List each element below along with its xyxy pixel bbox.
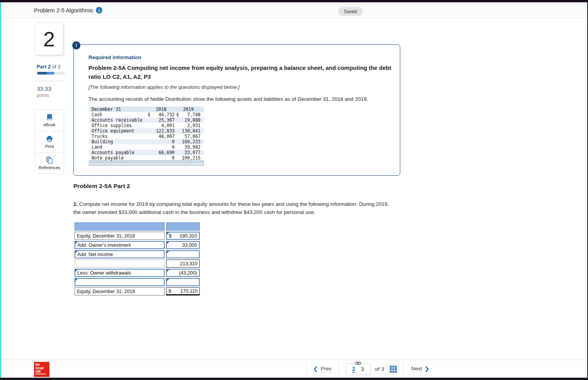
grid-view-icon[interactable] (390, 366, 397, 373)
sidebar-tool-print[interactable]: Print (35, 131, 64, 152)
input-marker-icon (75, 269, 78, 272)
book-icon (46, 114, 53, 121)
worksheet-value-cell[interactable] (166, 250, 200, 258)
worksheet-header-value-cell (166, 222, 200, 231)
input-marker-icon (167, 241, 170, 244)
pagination-nav: Prev 2 3 of 3 Next (306, 360, 429, 378)
applies-note: [The following information applies to th… (88, 84, 240, 90)
accounting-row: Cash$46,732$7,748 (89, 112, 204, 117)
worksheet-grid: Equity, December 31, 2018$180,310Add: Ow… (75, 222, 200, 295)
tool-label: eBook (43, 122, 55, 127)
input-marker-icon (75, 241, 78, 244)
top-bar: Problem 2-5 Algorithmic i Saved (1, 2, 587, 18)
left-accent-edge (0, 2, 1, 378)
next-button[interactable]: Next (411, 366, 430, 372)
input-marker-icon (75, 278, 78, 282)
worksheet-header-label-cell (75, 222, 165, 231)
accounting-header-2018: 2018 (148, 107, 176, 112)
sidebar-divider (35, 81, 64, 81)
info-icon[interactable]: i (96, 7, 102, 14)
assignment-title: Problem 2-5 Algorithmic (34, 7, 93, 14)
worksheet-value-cell[interactable]: (43,200) (166, 269, 200, 277)
accounting-row: Accounts payable66,69033,077 (89, 150, 204, 155)
worksheet-label-cell[interactable]: Add: Owner's investment (75, 241, 165, 249)
worksheet-value-cell: 213,310 (166, 260, 200, 268)
input-marker-icon (167, 232, 170, 235)
part-label: Part 2 (37, 64, 51, 70)
accounting-row: Office equipment122,833130,841 (89, 128, 204, 134)
accounting-table-rows: Cash$46,732$7,748Accounts receivable25,3… (89, 112, 204, 161)
linked-page[interactable]: 3 (361, 366, 364, 372)
worksheet-value-cell[interactable] (166, 278, 200, 286)
accounting-row: Accounts receivable25,36719,888 (89, 117, 204, 123)
required-info-heading: Required information (88, 54, 141, 60)
accounting-row: Building0160,233 (89, 139, 204, 144)
top-window-edge (0, 0, 588, 2)
worksheet-label-cell[interactable]: Add: Net income (75, 250, 165, 258)
input-marker-icon (167, 278, 170, 282)
tool-label: Print (45, 144, 54, 149)
input-marker-icon (167, 251, 170, 254)
bottom-window-edge (0, 378, 588, 380)
pages-icon (46, 156, 53, 164)
accounting-row: Land039,982 (89, 144, 204, 150)
next-label: Next (411, 366, 422, 372)
table-scrollbar[interactable] (89, 162, 204, 166)
worksheet-label-cell[interactable] (75, 278, 165, 286)
page-selector[interactable]: 2 3 (346, 363, 370, 375)
accounting-header-2019: 2019 (176, 107, 204, 112)
chevron-left-icon (313, 366, 317, 372)
part-section-heading: Problem 2-5A Part 2 (73, 183, 130, 190)
saved-button[interactable]: Saved (338, 7, 363, 16)
worksheet-label-cell[interactable]: Less: Owner withdrawals (75, 269, 165, 277)
accounting-table: December 31 2018 2019 Cash$46,732$7,748A… (89, 107, 204, 161)
question-number-card: 2 (35, 22, 63, 55)
footer: Mc Graw Hill Education Prev 2 3 of 3 (1, 360, 587, 378)
page-count: of 3 (375, 366, 384, 372)
worksheet-label-cell: Equity, December 31, 2019 (75, 287, 165, 295)
accounting-header-label: December 31 (89, 107, 148, 112)
input-marker-icon (167, 269, 170, 272)
required-information-panel: ! Required information Problem 2-5A Comp… (73, 44, 400, 176)
worksheet-label-cell (75, 260, 165, 268)
current-page[interactable]: 2 (352, 366, 355, 373)
alert-icon: ! (72, 41, 80, 49)
sidebar-tool-ebook[interactable]: eBook (35, 110, 64, 131)
mcgraw-hill-logo: Mc Graw Hill Education (34, 362, 49, 377)
sidebar-tools: eBookPrintReferences (35, 109, 64, 174)
question-number: 2 (43, 27, 55, 51)
problem-body-text: The accounting records of Nettle Distrib… (88, 96, 368, 102)
worksheet-value-cell: $170,110 (166, 287, 200, 295)
nav-divider (338, 362, 339, 377)
accounting-table-header: December 31 2018 2019 (89, 107, 204, 112)
accounting-row: Trucks48,06757,067 (89, 134, 204, 139)
progress-bar (37, 72, 65, 75)
accounting-row: Note payable0100,215 (89, 155, 204, 161)
question-number-prefix: 2. (73, 201, 78, 207)
page: Problem 2-5 Algorithmic i Saved 2 Part 2… (0, 0, 588, 380)
worksheet-value-cell[interactable]: 33,000 (166, 241, 200, 249)
progress-fill (37, 72, 54, 75)
input-marker-icon (75, 251, 78, 254)
nav-divider (403, 362, 403, 377)
question-text: 2. Compute net income for 2019 by compar… (73, 200, 389, 217)
part-total: of 3 (52, 64, 61, 70)
prev-button[interactable]: Prev (313, 366, 331, 372)
accounting-row: Office supplies4,0012,931 (89, 123, 204, 128)
worksheet-value-cell[interactable]: $180,310 (166, 232, 200, 240)
link-icon (353, 361, 363, 365)
tool-label: References (39, 165, 60, 170)
part-indicator: Part 2 of 3 (37, 64, 60, 70)
problem-title: Problem 2-5A Computing net income from e… (88, 63, 394, 81)
chevron-right-icon (425, 366, 429, 372)
printer-icon (46, 135, 53, 143)
points-label: points (37, 93, 49, 98)
points-value: 33.33 (37, 85, 51, 92)
prev-label: Prev (321, 366, 331, 372)
sidebar-tool-references[interactable]: References (35, 152, 64, 173)
worksheet-label-cell: Equity, December 31, 2018 (75, 232, 165, 240)
nav-divider (306, 362, 307, 377)
